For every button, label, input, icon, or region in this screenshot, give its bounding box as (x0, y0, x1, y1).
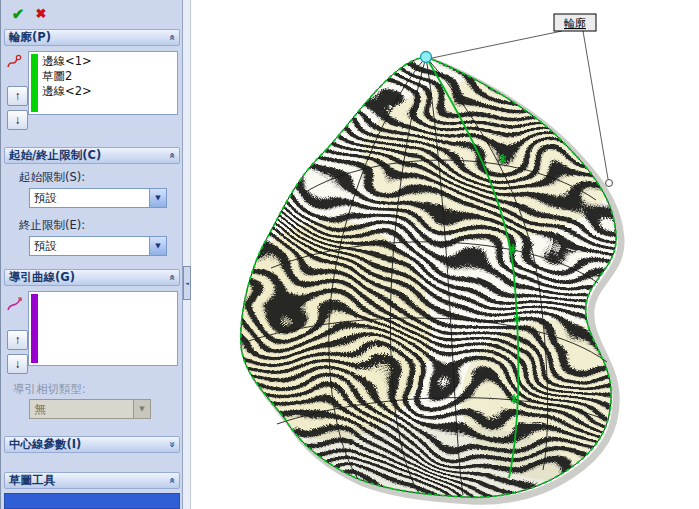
start-constraint-label: 起始限制(S): (19, 170, 85, 185)
chevron-up-icon: « (164, 274, 179, 280)
move-guide-up-button[interactable]: ↑ (7, 330, 28, 350)
centerline-group-label: 中心線參數(I) (9, 437, 81, 452)
start-constraint-select[interactable]: 預設 ▼ (29, 188, 167, 208)
guide-curves-icon (5, 295, 23, 313)
profiles-color-bar (31, 54, 38, 112)
collapse-arrow-icon: ◄ (185, 280, 189, 286)
move-guide-down-button[interactable]: ↓ (7, 354, 28, 374)
end-constraint-value: 預設 (30, 237, 149, 255)
chevron-down-icon[interactable]: ▼ (149, 237, 166, 255)
property-manager-panel: ✔ ✖ 輪廓(P) « 邊線<1> 草圖2 邊線<2> ↑ ↓ 起始/終止限制(… (1, 0, 183, 509)
sketch-tools-group-header[interactable]: 草圖工具 « (4, 472, 180, 489)
guide-curves-listbox[interactable] (28, 291, 178, 366)
loft-preview-canvas: 輪廓 (191, 0, 699, 509)
list-item[interactable]: 草圖2 (42, 69, 175, 84)
profiles-group-header[interactable]: 輪廓(P) « (4, 29, 180, 46)
chevron-down-icon: » (164, 441, 179, 447)
constraints-group-label: 起始/終止限制(C) (9, 148, 101, 163)
move-profile-down-button[interactable]: ↓ (7, 110, 28, 130)
guide-tangency-label: 導引相切類型: (13, 382, 86, 397)
list-item[interactable]: 邊線<1> (42, 54, 175, 69)
chevron-up-icon: « (164, 152, 179, 158)
chevron-down-icon[interactable]: ▼ (149, 189, 166, 207)
guide-curves-group-header[interactable]: 導引曲線(G) « (4, 269, 180, 286)
start-constraint-value: 預設 (30, 189, 149, 207)
guide-tangency-select: 無 ▼ (29, 399, 151, 419)
centerline-group-header[interactable]: 中心線參數(I) » (4, 436, 180, 453)
guide-tangency-value: 無 (30, 400, 133, 418)
chevron-down-icon: ▼ (133, 400, 150, 418)
chevron-up-icon: « (164, 34, 179, 40)
constraints-group-header[interactable]: 起始/終止限制(C) « (4, 147, 180, 164)
guide-curves-group-label: 導引曲線(G) (9, 270, 75, 285)
callout-text: 輪廓 (564, 17, 586, 30)
panel-splitter[interactable]: ◄ (183, 0, 191, 509)
leader-attach-point (606, 180, 613, 187)
sketch-tools-group-label: 草圖工具 (9, 473, 55, 488)
profiles-group-label: 輪廓(P) (9, 30, 51, 45)
graphics-viewport[interactable]: 輪廓 (191, 0, 699, 509)
profiles-icon (5, 53, 23, 71)
cancel-button[interactable]: ✖ (31, 5, 51, 23)
move-profile-up-button[interactable]: ↑ (7, 86, 28, 106)
panel-collapse-handle[interactable]: ◄ (183, 266, 191, 300)
profile-callout[interactable]: 輪廓 (554, 14, 596, 31)
loft-feature-window: ✔ ✖ 輪廓(P) « 邊線<1> 草圖2 邊線<2> ↑ ↓ 起始/終止限制(… (0, 0, 699, 509)
profile-vertex-point[interactable] (421, 52, 432, 63)
end-constraint-label: 終止限制(E): (19, 218, 85, 233)
ok-button[interactable]: ✔ (8, 5, 28, 23)
profiles-listbox[interactable]: 邊線<1> 草圖2 邊線<2> (28, 51, 178, 115)
sketch-tools-highlight-row[interactable] (4, 493, 180, 509)
chevron-up-icon: « (164, 477, 179, 483)
guide-curves-color-bar (31, 294, 38, 363)
end-constraint-select[interactable]: 預設 ▼ (29, 236, 167, 256)
list-item[interactable]: 邊線<2> (42, 84, 175, 99)
